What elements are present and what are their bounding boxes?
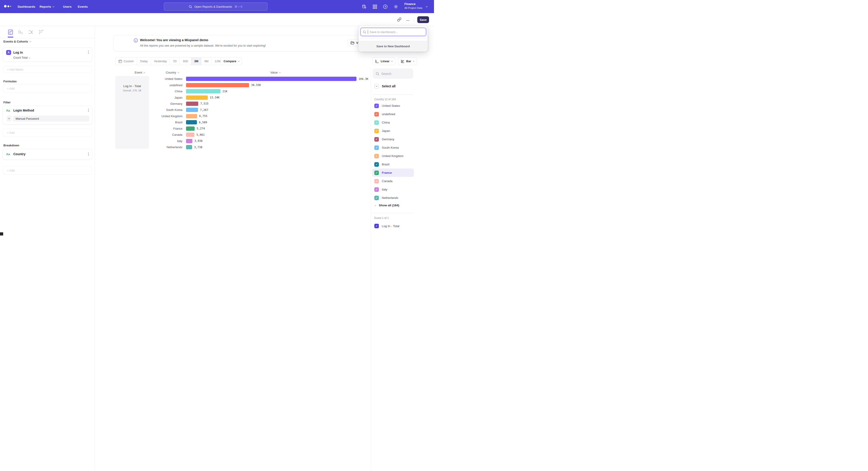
- tab-retention[interactable]: [38, 29, 44, 35]
- country-item-china[interactable]: ✓China: [371, 118, 415, 127]
- more-options-icon[interactable]: …: [405, 17, 410, 22]
- tab-insights[interactable]: [7, 29, 13, 35]
- calendar-icon: [119, 59, 122, 63]
- country-item-netherlands[interactable]: ✓Netherlands: [371, 194, 415, 202]
- metric-event-name[interactable]: Log In: [13, 51, 23, 54]
- filter-value-selector[interactable]: Manual Password: [13, 116, 89, 121]
- column-header-event[interactable]: Event: [135, 71, 145, 74]
- country-item-undefined[interactable]: ✓undefined: [371, 110, 415, 118]
- country-checkbox[interactable]: ✓: [374, 154, 379, 158]
- segment-search-input[interactable]: Search: [373, 68, 413, 79]
- bar-segment[interactable]: [186, 120, 197, 124]
- country-item-label: France: [382, 171, 392, 174]
- country-item-italy[interactable]: ✓Italy: [371, 185, 415, 194]
- nav-item-dashboards[interactable]: Dashboards: [18, 0, 35, 13]
- nav-item-events[interactable]: Events: [78, 0, 88, 13]
- bar-segment[interactable]: [186, 95, 208, 100]
- nav-item-reports[interactable]: Reports: [39, 0, 54, 13]
- country-item-germany[interactable]: ✓Germany: [371, 135, 415, 143]
- data-management-icon[interactable]: [361, 4, 367, 9]
- country-item-south-korea[interactable]: ✓South Korea: [371, 143, 415, 152]
- show-all-button[interactable]: Show all (184): [375, 204, 399, 207]
- breakdown-more-options-icon[interactable]: [88, 152, 89, 156]
- event-checkbox[interactable]: ✓: [374, 224, 379, 228]
- bar-value-label: 13.34K: [210, 96, 219, 99]
- bar-segment[interactable]: [186, 126, 195, 131]
- bar-row-japan: Japan13.34K: [95, 94, 368, 100]
- bar-segment[interactable]: [186, 108, 198, 112]
- bar-segment[interactable]: [186, 101, 198, 106]
- save-to-dashboard-input[interactable]: Save to dashboard...: [361, 28, 426, 36]
- date-range-3m[interactable]: 3M: [191, 57, 202, 65]
- column-header-value[interactable]: Value: [270, 71, 280, 74]
- country-item-canada[interactable]: ✓Canada: [371, 177, 415, 185]
- select-all-checkbox-indeterminate[interactable]: –: [374, 84, 379, 88]
- bar-segment[interactable]: [186, 114, 197, 118]
- country-checkbox[interactable]: ✓: [374, 145, 379, 150]
- add-filter-button[interactable]: + Add: [3, 128, 92, 137]
- country-checkbox[interactable]: ✓: [374, 162, 379, 167]
- bar-segment[interactable]: [186, 77, 356, 81]
- country-checkbox[interactable]: ✓: [374, 129, 379, 133]
- filter-operator-selector[interactable]: =: [6, 116, 11, 121]
- bar-segment[interactable]: [186, 145, 192, 149]
- date-range-today[interactable]: Today: [137, 57, 151, 65]
- save-button[interactable]: Save: [417, 16, 429, 23]
- breakdown-property-name[interactable]: Country: [13, 152, 26, 156]
- filter-more-options-icon[interactable]: [88, 109, 89, 112]
- settings-gear-icon[interactable]: [393, 4, 399, 9]
- country-checkbox[interactable]: ✓: [374, 112, 379, 117]
- tab-funnels[interactable]: [18, 29, 24, 35]
- date-range-6m[interactable]: 6M: [202, 57, 212, 65]
- add-breakdown-button[interactable]: + Add: [3, 166, 92, 175]
- add-metric-button[interactable]: + Add Metric: [3, 66, 92, 73]
- country-item-france[interactable]: ✓France: [372, 169, 414, 177]
- help-icon[interactable]: ?: [382, 4, 388, 9]
- country-checkbox[interactable]: ✓: [374, 171, 379, 175]
- bar-segment[interactable]: [186, 139, 192, 143]
- date-range-yesterday[interactable]: Yesterday: [151, 57, 170, 65]
- country-item-brazil[interactable]: ✓Brazil: [371, 160, 415, 169]
- save-to-new-dashboard-button[interactable]: Save to New Dashboard: [359, 41, 428, 51]
- metric-more-options-icon[interactable]: [88, 51, 89, 54]
- country-checkbox[interactable]: ✓: [374, 187, 379, 192]
- country-checkbox[interactable]: ✓: [374, 137, 379, 142]
- bar-segment[interactable]: [186, 133, 194, 137]
- date-range-30d[interactable]: 30D: [180, 57, 191, 65]
- add-formula-button[interactable]: + Add: [3, 84, 92, 93]
- mixpanel-logo[interactable]: [4, 5, 11, 7]
- column-header-country[interactable]: Country: [166, 71, 179, 74]
- scale-selector-button[interactable]: Linear: [372, 57, 395, 65]
- country-checkbox[interactable]: ✓: [374, 120, 379, 125]
- bar-segment[interactable]: [186, 89, 220, 93]
- workspace-switcher[interactable]: Finance All Project Data: [404, 2, 422, 10]
- date-range-custom[interactable]: Custom: [116, 57, 137, 65]
- compare-button[interactable]: Compare: [221, 57, 242, 65]
- filter-property-name[interactable]: Login Method: [13, 109, 34, 112]
- country-checkbox[interactable]: ✓: [374, 104, 379, 108]
- country-item-united-kingdom[interactable]: ✓United Kingdom: [371, 152, 415, 160]
- text-caret: [368, 30, 368, 34]
- country-checkbox[interactable]: ✓: [374, 179, 379, 183]
- bar-segment[interactable]: [186, 83, 249, 87]
- country-item-label: Netherlands: [382, 196, 398, 200]
- select-all-row[interactable]: – Select all: [374, 84, 396, 88]
- nav-item-users[interactable]: Users: [63, 0, 72, 13]
- country-item-japan[interactable]: ✓Japan: [371, 127, 415, 135]
- copy-link-icon[interactable]: [397, 17, 402, 22]
- metric-aggregation-selector[interactable]: Count Total: [13, 56, 30, 59]
- event-checkbox-row[interactable]: ✓ Log In - Total: [374, 224, 399, 228]
- apps-grid-icon[interactable]: [372, 4, 377, 9]
- breakdown-card-country[interactable]: Aa Country: [3, 149, 92, 160]
- global-search-button[interactable]: Open Reports & Dashboards ⌘ + K: [164, 2, 268, 11]
- country-item-united-states[interactable]: ✓United States: [371, 101, 415, 110]
- chart-type-button[interactable]: Bar: [398, 57, 417, 65]
- country-checkbox[interactable]: ✓: [374, 196, 379, 200]
- section-title: Formulas: [3, 80, 17, 83]
- filter-card-login-method[interactable]: Aa Login Method = Manual Password: [3, 106, 92, 125]
- bar-value-label: 7,515: [200, 102, 209, 105]
- date-range-7d[interactable]: 7D: [170, 57, 180, 65]
- metric-card-log-in[interactable]: A Log In Count Total: [3, 47, 92, 62]
- section-events-cohorts[interactable]: Events & Cohorts: [3, 40, 31, 43]
- tab-flows[interactable]: [28, 29, 34, 35]
